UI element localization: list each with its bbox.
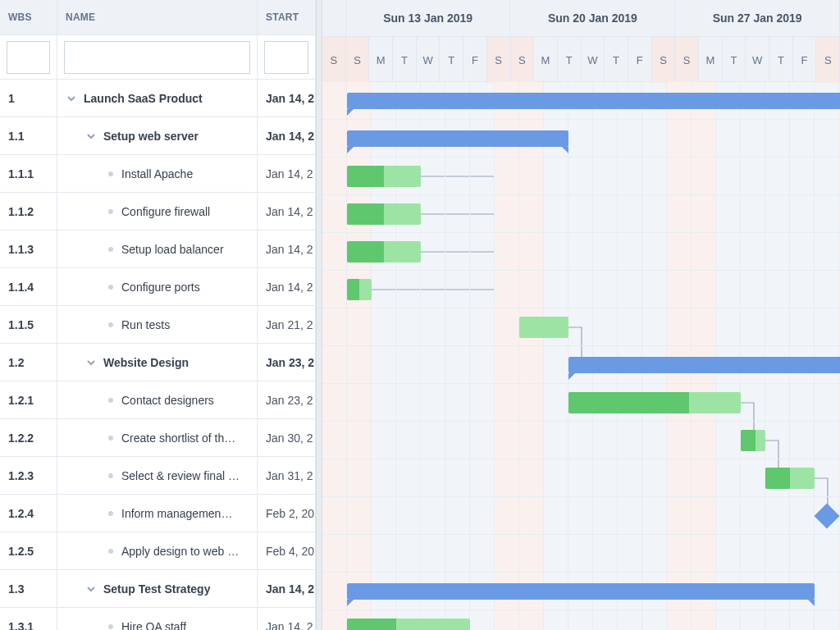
bullet-icon [108, 624, 113, 629]
start-cell: Jan 21, 2 [258, 306, 315, 343]
chevron-down-icon[interactable] [85, 130, 97, 142]
row-guide [322, 535, 840, 573]
chevron-down-icon[interactable] [85, 357, 97, 368]
gantt-summary-bar[interactable] [347, 93, 840, 109]
gantt-task-bar[interactable] [347, 203, 421, 225]
task-name-label: Run tests [121, 318, 170, 331]
start-cell: Feb 2, 20 [258, 495, 315, 532]
gantt-task-bar[interactable] [347, 166, 421, 187]
pane-splitter[interactable] [316, 0, 322, 630]
start-cell: Jan 14, 2 [258, 117, 315, 154]
day-label: T [393, 37, 417, 83]
gantt-task-bar[interactable] [347, 619, 470, 630]
day-label: M [369, 37, 393, 83]
name-cell: Inform managemen… [57, 495, 258, 532]
day-label: W [746, 37, 769, 83]
table-row[interactable]: 1.1.2Configure firewallJan 14, 2 [0, 193, 315, 231]
wbs-cell: 1.2 [0, 344, 57, 381]
col-header-wbs[interactable]: WBS [0, 0, 57, 34]
name-cell: Install Apache [57, 155, 258, 192]
table-row[interactable]: 1.2.2Create shortlist of th…Jan 30, 2 [0, 419, 315, 457]
wbs-cell: 1.2.5 [0, 532, 57, 569]
name-cell: Contact designers [57, 381, 258, 418]
week-label [322, 0, 346, 36]
wbs-cell: 1.1.1 [0, 155, 57, 192]
filter-wbs-input[interactable] [7, 41, 50, 74]
bullet-icon [108, 247, 113, 252]
day-label: S [816, 37, 840, 83]
day-label: M [534, 37, 558, 83]
gantt-chart[interactable]: Sun 13 Jan 2019Sun 20 Jan 2019Sun 27 Jan… [322, 0, 840, 630]
day-label: W [417, 37, 441, 83]
table-row[interactable]: 1.1.4Configure portsJan 14, 2 [0, 268, 315, 306]
table-row[interactable]: 1.1.1Install ApacheJan 14, 2 [0, 155, 315, 193]
table-row[interactable]: 1.2Website DesignJan 23, 2 [0, 344, 315, 381]
chevron-down-icon[interactable] [66, 93, 77, 104]
bullet-icon [108, 171, 113, 176]
day-label: F [793, 37, 817, 83]
table-row[interactable]: 1.1Setup web serverJan 14, 2 [0, 117, 315, 155]
day-label: T [558, 37, 582, 83]
bullet-icon [108, 436, 113, 441]
gantt-task-bar[interactable] [347, 241, 421, 262]
filter-name-input[interactable] [64, 41, 250, 74]
gantt-progress [347, 279, 359, 300]
name-cell: Hire QA staff [57, 608, 258, 630]
table-row[interactable]: 1Launch SaaS ProductJan 14, 2 [0, 80, 315, 117]
day-label: S [346, 37, 370, 83]
gantt-task-bar[interactable] [741, 430, 765, 451]
name-cell: Select & review final … [57, 457, 258, 494]
start-cell: Feb 4, 20 [258, 532, 315, 569]
wbs-cell: 1.2.4 [0, 495, 57, 532]
table-row[interactable]: 1.2.5Apply design to web …Feb 4, 20 [0, 532, 315, 570]
row-guide [322, 497, 840, 535]
gantt-task-bar[interactable] [568, 392, 741, 413]
name-cell: Website Design [57, 344, 258, 381]
col-header-name[interactable]: NAME [57, 0, 258, 34]
bullet-icon [108, 473, 113, 478]
gantt-task-bar[interactable] [765, 468, 815, 489]
filter-start-input[interactable] [264, 41, 308, 74]
task-name-label: Inform managemen… [121, 507, 232, 520]
day-label: S [322, 37, 346, 83]
task-name-label: Install Apache [121, 167, 193, 180]
gantt-progress [568, 392, 689, 413]
week-label: Sun 13 Jan 2019 [346, 0, 511, 36]
table-row[interactable]: 1.3Setup Test StrategyJan 14, 2 [0, 570, 315, 608]
row-guide [322, 308, 840, 346]
day-label: T [605, 37, 628, 83]
chevron-down-icon[interactable] [85, 583, 97, 595]
day-label: S [511, 37, 535, 83]
name-cell: Run tests [57, 306, 258, 343]
task-name-label: Setup load balancer [121, 243, 224, 256]
task-table: WBS NAME START 1Launch SaaS ProductJan 1… [0, 0, 316, 630]
day-label: S [487, 37, 511, 83]
gantt-summary-bar[interactable] [568, 357, 840, 373]
wbs-cell: 1.3 [0, 570, 57, 607]
task-name-label: Contact designers [121, 394, 214, 407]
table-row[interactable]: 1.2.4Inform managemen…Feb 2, 20 [0, 495, 315, 532]
gantt-progress [765, 468, 790, 489]
name-cell: Setup Test Strategy [57, 570, 258, 607]
table-row[interactable]: 1.1.5Run testsJan 21, 2 [0, 306, 315, 344]
table-row[interactable]: 1.3.1Hire QA staffJan 14, 2 [0, 608, 315, 630]
day-label: S [675, 37, 699, 83]
name-cell: Apply design to web … [57, 532, 258, 569]
task-name-label: Hire QA staff [121, 620, 186, 630]
table-row[interactable]: 1.2.1Contact designersJan 23, 2 [0, 381, 315, 419]
bullet-icon [108, 511, 113, 516]
start-cell: Jan 14, 2 [258, 570, 315, 607]
task-name-label: Configure ports [121, 281, 200, 294]
gantt-summary-bar[interactable] [347, 583, 815, 600]
gantt-task-bar[interactable] [519, 317, 568, 338]
bullet-icon [108, 209, 113, 214]
gantt-task-bar[interactable] [347, 279, 372, 300]
table-row[interactable]: 1.2.3Select & review final …Jan 31, 2 [0, 457, 315, 495]
wbs-cell: 1.1.4 [0, 268, 57, 305]
table-header: WBS NAME START [0, 0, 315, 35]
table-row[interactable]: 1.1.3Setup load balancerJan 14, 2 [0, 231, 315, 268]
gantt-summary-bar[interactable] [347, 130, 568, 147]
wbs-cell: 1.2.2 [0, 419, 57, 456]
name-cell: Launch SaaS Product [57, 80, 258, 116]
col-header-start[interactable]: START [258, 0, 315, 34]
